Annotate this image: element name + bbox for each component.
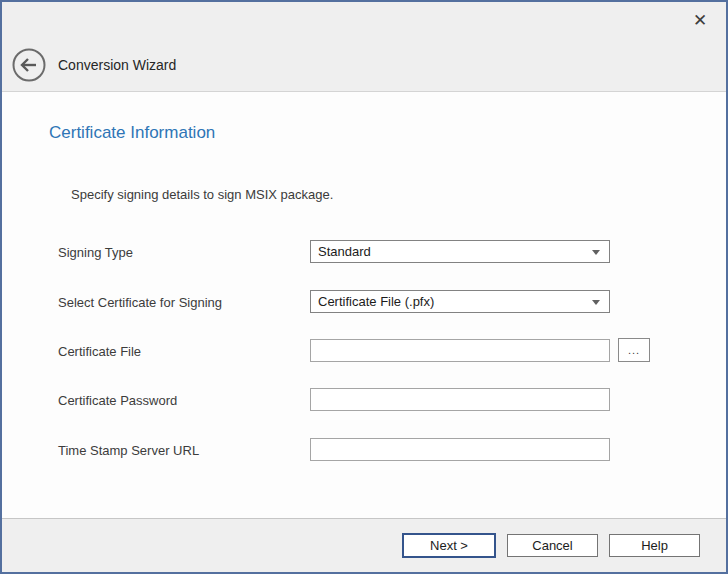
content-area: Certificate Information Specify signing …: [2, 93, 726, 516]
certificate-source-value: Certificate File (.pfx): [318, 294, 434, 309]
certificate-source-dropdown[interactable]: Certificate File (.pfx): [310, 290, 610, 313]
next-button[interactable]: Next >: [402, 533, 496, 558]
page-description: Specify signing details to sign MSIX pac…: [71, 187, 333, 202]
footer-button-bar: Next > Cancel Help: [2, 518, 726, 572]
close-button[interactable]: ✕: [686, 8, 714, 34]
certificate-password-label: Certificate Password: [58, 392, 177, 407]
wizard-header: ✕ Conversion Wizard: [2, 2, 726, 92]
certificate-source-label: Select Certificate for Signing: [58, 294, 222, 309]
help-button[interactable]: Help: [609, 534, 700, 557]
cancel-button[interactable]: Cancel: [507, 534, 598, 557]
form-row-certificate-source: Select Certificate for Signing Certifica…: [2, 290, 726, 313]
timestamp-url-label: Time Stamp Server URL: [58, 442, 199, 457]
signing-type-dropdown[interactable]: Standard: [310, 240, 610, 263]
chevron-down-icon: [592, 300, 600, 305]
timestamp-url-input[interactable]: [310, 438, 610, 461]
form-row-certificate-file: Certificate File ...: [2, 339, 726, 362]
form-row-timestamp-url: Time Stamp Server URL: [2, 438, 726, 461]
certificate-password-input[interactable]: [310, 388, 610, 411]
certificate-file-input[interactable]: [310, 339, 610, 362]
back-arrow-icon: [12, 48, 46, 82]
browse-button[interactable]: ...: [618, 338, 650, 362]
conversion-wizard-window: ✕ Conversion Wizard Certificate Informat…: [0, 0, 728, 574]
signing-type-label: Signing Type: [58, 244, 133, 259]
wizard-title: Conversion Wizard: [58, 48, 176, 82]
certificate-file-label: Certificate File: [58, 343, 141, 358]
close-icon: ✕: [693, 11, 707, 30]
signing-type-value: Standard: [318, 244, 371, 259]
form-row-signing-type: Signing Type Standard: [2, 240, 726, 263]
chevron-down-icon: [592, 250, 600, 255]
page-title: Certificate Information: [49, 123, 215, 143]
back-button[interactable]: [12, 48, 46, 82]
form-row-certificate-password: Certificate Password: [2, 388, 726, 411]
